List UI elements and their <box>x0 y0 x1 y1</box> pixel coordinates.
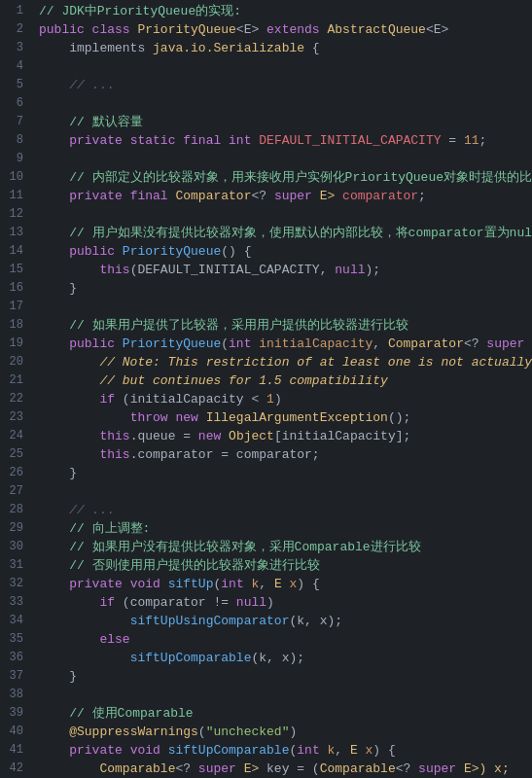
code-line: // 使用Comparable <box>39 704 532 723</box>
code-line: // Note: This restriction of at least on… <box>39 353 532 371</box>
code-line: // 否则使用用户提供的比较器对象进行比较 <box>39 556 532 575</box>
line-number: 19 <box>0 335 23 353</box>
line-number: 8 <box>0 131 23 150</box>
code-line: this(DEFAULT_INITIAL_CAPACITY, null); <box>39 261 532 279</box>
code-line: @SuppressWarnings("unchecked") <box>39 723 532 741</box>
code-line: // 默认容量 <box>39 113 532 131</box>
line-number: 42 <box>0 760 23 778</box>
code-line: siftUpComparable(k, x); <box>39 649 532 667</box>
code-line: } <box>39 464 532 482</box>
line-number: 40 <box>0 723 23 741</box>
line-numbers: 1234567891011121314151617181920212223242… <box>0 0 31 778</box>
line-number: 14 <box>0 242 23 261</box>
line-number: 2 <box>0 20 23 39</box>
line-number: 36 <box>0 649 23 667</box>
line-number: 22 <box>0 390 23 408</box>
code-line: // 如果用户没有提供比较器对象，采用Comparable进行比较 <box>39 538 532 556</box>
line-number: 35 <box>0 630 23 649</box>
line-number: 38 <box>0 686 23 704</box>
code-line: this.queue = new Object[initialCapacity]… <box>39 427 532 445</box>
code-line: private void siftUpComparable(int k, E x… <box>39 741 532 760</box>
code-line: // 如果用户提供了比较器，采用用户提供的比较器进行比较 <box>39 316 532 335</box>
line-number: 28 <box>0 501 23 519</box>
line-number: 27 <box>0 482 23 501</box>
code-line: else <box>39 630 532 649</box>
code-line: private static final int DEFAULT_INITIAL… <box>39 131 532 150</box>
code-line: throw new IllegalArgumentException(); <box>39 408 532 427</box>
code-line <box>39 205 532 224</box>
code-line: // 向上调整: <box>39 519 532 538</box>
code-line: // ... <box>39 76 532 94</box>
line-number: 25 <box>0 445 23 464</box>
line-number: 34 <box>0 612 23 630</box>
line-number: 21 <box>0 371 23 390</box>
code-line: // 用户如果没有提供比较器对象，使用默认的内部比较，将comparator置为… <box>39 224 532 242</box>
code-line: siftUpUsingComparator(k, x); <box>39 612 532 630</box>
code-line: public PriorityQueue(int initialCapacity… <box>39 335 532 353</box>
code-line: private void siftUp(int k, E x) { <box>39 575 532 593</box>
line-number: 32 <box>0 575 23 593</box>
line-number: 6 <box>0 94 23 113</box>
line-number: 41 <box>0 741 23 760</box>
code-line: public PriorityQueue() { <box>39 242 532 261</box>
line-number: 37 <box>0 667 23 686</box>
line-number: 24 <box>0 427 23 445</box>
code-line <box>39 298 532 316</box>
code-content: // JDK中PriorityQueue的实现:public class Pri… <box>31 0 532 778</box>
line-number: 16 <box>0 279 23 298</box>
line-number: 15 <box>0 261 23 279</box>
line-number: 23 <box>0 408 23 427</box>
code-line: if (initialCapacity < 1) <box>39 390 532 408</box>
line-number: 30 <box>0 538 23 556</box>
line-number: 7 <box>0 113 23 131</box>
line-number: 10 <box>0 168 23 187</box>
line-number: 33 <box>0 593 23 612</box>
code-line: public class PriorityQueue<E> extends Ab… <box>39 20 532 39</box>
line-number: 13 <box>0 224 23 242</box>
code-line <box>39 94 532 113</box>
code-line: implements java.io.Serializable { <box>39 39 532 57</box>
line-number: 5 <box>0 76 23 94</box>
code-line: private final Comparator<? super E> comp… <box>39 187 532 205</box>
line-number: 39 <box>0 704 23 723</box>
code-line <box>39 150 532 168</box>
code-line: } <box>39 667 532 686</box>
line-number: 1 <box>0 2 23 20</box>
code-line: // JDK中PriorityQueue的实现: <box>39 2 532 20</box>
line-number: 11 <box>0 187 23 205</box>
line-number: 9 <box>0 150 23 168</box>
code-line: // 内部定义的比较器对象，用来接收用户实例化PriorityQueue对象时提… <box>39 168 532 187</box>
code-line: Comparable<? super E> key = (Comparable<… <box>39 760 532 778</box>
line-number: 26 <box>0 464 23 482</box>
code-line <box>39 686 532 704</box>
line-number: 17 <box>0 298 23 316</box>
line-number: 4 <box>0 57 23 76</box>
code-line: // ... <box>39 501 532 519</box>
code-line <box>39 57 532 76</box>
code-line: this.comparator = comparator; <box>39 445 532 464</box>
code-line: } <box>39 279 532 298</box>
line-number: 31 <box>0 556 23 575</box>
line-number: 3 <box>0 39 23 57</box>
line-number: 18 <box>0 316 23 335</box>
line-number: 12 <box>0 205 23 224</box>
code-line: if (comparator != null) <box>39 593 532 612</box>
code-editor: 1234567891011121314151617181920212223242… <box>0 0 532 778</box>
line-number: 29 <box>0 519 23 538</box>
line-number: 20 <box>0 353 23 371</box>
code-line: // but continues for 1.5 compatibility <box>39 371 532 390</box>
code-line <box>39 482 532 501</box>
